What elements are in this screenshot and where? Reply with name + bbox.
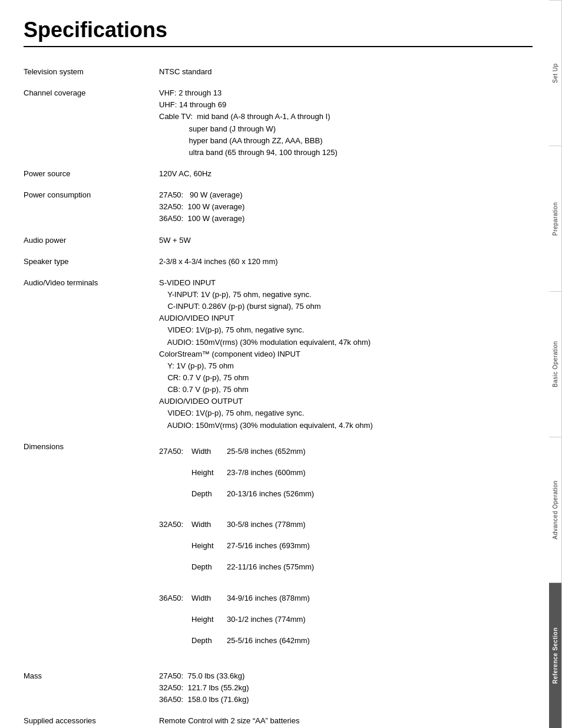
dim-label: Depth	[191, 483, 227, 505]
spec-value-line: CR: 0.7 V (p-p), 75 ohm	[159, 372, 533, 384]
spec-value-line: AUDIO/VIDEO INPUT	[159, 312, 533, 324]
dim-label: Depth	[191, 556, 227, 578]
dim-value: 25-5/8 inches (652mm)	[227, 441, 345, 462]
spec-value: VHF: 2 through 13UHF: 14 through 69Cable…	[159, 83, 533, 163]
dim-model: 36A50:	[159, 588, 191, 609]
dim-label: Height	[191, 462, 227, 483]
spec-value-line: Y-INPUT: 1V (p-p), 75 ohm, negative sync…	[159, 289, 533, 301]
side-tab-reference_section[interactable]: Reference Section	[549, 582, 562, 728]
spec-label: Supplied accessories	[24, 710, 159, 728]
spec-row: Speaker type2-3/8 x 4-3/4 inches (60 x 1…	[24, 251, 533, 272]
dim-value: 20-13/16 inches (526mm)	[227, 483, 345, 505]
spec-value: 2-3/8 x 4-3/4 inches (60 x 120 mm)	[159, 251, 533, 272]
spec-value-line: CB: 0.7 V (p-p), 75 ohm	[159, 384, 533, 396]
spec-row: Audio power5W + 5W	[24, 230, 533, 251]
dim-value: 34-9/16 inches (878mm)	[227, 588, 345, 609]
spec-value-line: 32A50: 121.7 lbs (55.2kg)	[159, 682, 533, 694]
dim-label: Depth	[191, 630, 227, 651]
spec-value-line: super band (J through W)	[159, 123, 533, 135]
spec-label: Channel coverage	[24, 83, 159, 163]
dim-model: 27A50:	[159, 441, 191, 462]
spec-value-line: 27A50: 75.0 lbs (33.6kg)	[159, 670, 533, 682]
dim-value: 23-7/8 inches (600mm)	[227, 462, 345, 483]
spec-row: Power consumption27A50: 90 W (average)32…	[24, 185, 533, 229]
spec-value-line: Cable TV: mid band (A-8 through A-1, A t…	[159, 111, 533, 123]
spec-value-line: C-INPUT: 0.286V (p-p) (burst signal), 75…	[159, 301, 533, 312]
spec-row: Dimensions27A50:Width25-5/8 inches (652m…	[24, 436, 533, 666]
spec-value-line: 27A50: 90 W (average)	[159, 189, 533, 201]
spec-value-line: VHF: 2 through 13	[159, 87, 533, 99]
dim-model	[159, 556, 191, 578]
dim-value: 30-5/8 inches (778mm)	[227, 514, 345, 535]
spec-value-line: 36A50: 100 W (average)	[159, 213, 533, 225]
side-tab-setup[interactable]: Set Up	[549, 0, 562, 146]
spec-value-line: Y: 1V (p-p), 75 ohm	[159, 360, 533, 372]
spec-row: Power source120V AC, 60Hz	[24, 163, 533, 185]
spec-value-line: 36A50: 158.0 lbs (71.6kg)	[159, 694, 533, 706]
dim-model	[159, 630, 191, 651]
dim-label: Width	[191, 441, 227, 462]
spec-table: Television systemNTSC standardChannel co…	[24, 61, 533, 728]
side-tab-basic_operation[interactable]: Basic Operation	[549, 291, 562, 437]
dim-label: Height	[191, 609, 227, 630]
spec-row: Supplied accessoriesRemote Control with …	[24, 710, 533, 728]
spec-label: Mass	[24, 666, 159, 710]
spec-label: Power source	[24, 163, 159, 185]
spec-value: NTSC standard	[159, 61, 533, 83]
dim-value: 30-1/2 inches (774mm)	[227, 609, 345, 630]
spec-label: Audio/Video terminals	[24, 272, 159, 436]
spec-row: Mass27A50: 75.0 lbs (33.6kg)32A50: 121.7…	[24, 666, 533, 710]
dim-value: 22-11/16 inches (575mm)	[227, 556, 345, 578]
spec-label: Audio power	[24, 230, 159, 251]
spec-label: Speaker type	[24, 251, 159, 272]
spec-label: Power consumption	[24, 185, 159, 229]
spec-value-line: AUDIO: 150mV(rms) (30% modulation equiva…	[159, 337, 533, 348]
spec-value: 27A50: 90 W (average)32A50: 100 W (avera…	[159, 185, 533, 229]
dim-model: 32A50:	[159, 514, 191, 535]
page-title: Specifications	[24, 18, 533, 42]
spec-value-line: 32A50: 100 W (average)	[159, 201, 533, 213]
spec-value: Remote Control with 2 size “AA” batterie…	[159, 710, 533, 728]
spec-value: 120V AC, 60Hz	[159, 163, 533, 185]
dim-value: 27-5/16 inches (693mm)	[227, 535, 345, 556]
spec-value: 27A50:Width25-5/8 inches (652mm)Height23…	[159, 436, 533, 666]
spec-value: S-VIDEO INPUT Y-INPUT: 1V (p-p), 75 ohm,…	[159, 272, 533, 436]
dim-model	[159, 535, 191, 556]
page-container: Specifications Television systemNTSC sta…	[0, 0, 562, 728]
spec-value-line: VIDEO: 1V(p-p), 75 ohm, negative sync.	[159, 324, 533, 336]
spec-value-line: hyper band (AA through ZZ, AAA, BBB)	[159, 135, 533, 147]
spec-value-line: AUDIO: 150mV(rms) (30% modulation equiva…	[159, 420, 533, 431]
title-rule	[24, 46, 533, 47]
dim-model	[159, 462, 191, 483]
dim-model	[159, 483, 191, 505]
spec-label: Dimensions	[24, 436, 159, 666]
dim-label: Width	[191, 514, 227, 535]
spec-value-line: ultra band (65 through 94, 100 through 1…	[159, 147, 533, 159]
spec-value: 5W + 5W	[159, 230, 533, 251]
dim-value: 25-5/16 inches (642mm)	[227, 630, 345, 651]
spec-row: Channel coverageVHF: 2 through 13UHF: 14…	[24, 83, 533, 163]
spec-row: Television systemNTSC standard	[24, 61, 533, 83]
spec-value-line: UHF: 14 through 69	[159, 99, 533, 111]
dim-model	[159, 609, 191, 630]
spec-value-line: AUDIO/VIDEO OUTPUT	[159, 396, 533, 407]
side-tab-advanced_operation[interactable]: Advanced Operation	[549, 437, 562, 582]
side-tabs: Set UpPreparationBasic OperationAdvanced…	[549, 0, 562, 728]
spec-value-line: VIDEO: 1V(p-p), 75 ohm, negative sync.	[159, 407, 533, 419]
spec-label: Television system	[24, 61, 159, 83]
spec-value-line: ColorStream™ (component video) INPUT	[159, 348, 533, 360]
spec-value-line: S-VIDEO INPUT	[159, 277, 533, 289]
dim-label: Height	[191, 535, 227, 556]
spec-value: 27A50: 75.0 lbs (33.6kg)32A50: 121.7 lbs…	[159, 666, 533, 710]
side-tab-preparation[interactable]: Preparation	[549, 146, 562, 291]
dim-label: Width	[191, 588, 227, 609]
spec-row: Audio/Video terminalsS-VIDEO INPUT Y-INP…	[24, 272, 533, 436]
